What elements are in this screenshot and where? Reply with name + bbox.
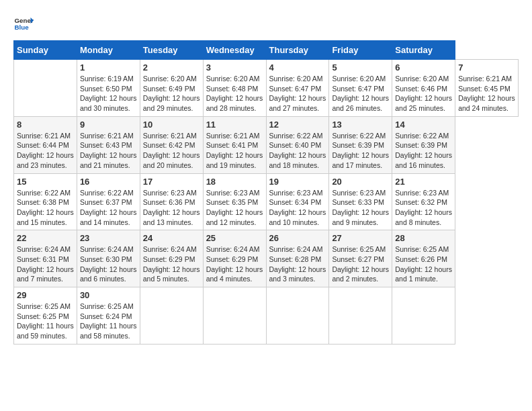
day-cell: 20Sunrise: 6:23 AMSunset: 6:33 PMDayligh… [329, 173, 392, 230]
day-number: 4 [269, 62, 326, 73]
day-info: Sunrise: 6:22 AMSunset: 6:40 PMDaylight:… [269, 131, 326, 171]
day-info: Sunrise: 6:21 AMSunset: 6:44 PMDaylight:… [17, 131, 74, 171]
day-number: 3 [206, 62, 263, 73]
day-number: 7 [458, 62, 515, 73]
day-header-thursday: Thursday [266, 41, 329, 60]
week-row-3: 15Sunrise: 6:22 AMSunset: 6:38 PMDayligh… [14, 173, 519, 230]
day-cell [392, 287, 455, 345]
day-info: Sunrise: 6:22 AMSunset: 6:39 PMDaylight:… [332, 131, 389, 171]
day-number: 29 [17, 290, 74, 300]
day-number: 16 [80, 177, 137, 187]
day-info: Sunrise: 6:25 AMSunset: 6:26 PMDaylight:… [395, 244, 452, 284]
day-number: 24 [143, 233, 200, 243]
day-info: Sunrise: 6:22 AMSunset: 6:38 PMDaylight:… [17, 188, 74, 228]
day-info: Sunrise: 6:23 AMSunset: 6:34 PMDaylight:… [269, 188, 326, 228]
day-number: 30 [80, 290, 137, 300]
week-row-2: 8Sunrise: 6:21 AMSunset: 6:44 PMDaylight… [14, 116, 519, 173]
week-row-5: 29Sunrise: 6:25 AMSunset: 6:25 PMDayligh… [14, 287, 519, 345]
day-number: 6 [395, 62, 452, 73]
day-header-saturday: Saturday [392, 41, 455, 60]
day-cell: 3Sunrise: 6:20 AMSunset: 6:48 PMDaylight… [203, 60, 266, 117]
day-number: 5 [332, 62, 389, 73]
day-number: 17 [143, 177, 200, 187]
day-cell [266, 287, 329, 345]
day-number: 19 [269, 177, 326, 187]
day-info: Sunrise: 6:22 AMSunset: 6:37 PMDaylight:… [80, 188, 137, 228]
day-info: Sunrise: 6:20 AMSunset: 6:47 PMDaylight:… [332, 74, 389, 113]
day-header-tuesday: Tuesday [140, 41, 203, 60]
day-info: Sunrise: 6:20 AMSunset: 6:49 PMDaylight:… [143, 74, 200, 113]
day-cell: 21Sunrise: 6:23 AMSunset: 6:32 PMDayligh… [392, 173, 455, 230]
day-number: 8 [17, 120, 74, 130]
day-cell [203, 287, 266, 345]
day-info: Sunrise: 6:24 AMSunset: 6:30 PMDaylight:… [80, 244, 137, 284]
day-info: Sunrise: 6:24 AMSunset: 6:29 PMDaylight:… [206, 244, 263, 284]
day-number: 14 [395, 120, 452, 130]
day-header-monday: Monday [77, 41, 140, 60]
day-number: 25 [206, 233, 263, 243]
day-number: 21 [395, 177, 452, 187]
day-cell: 28Sunrise: 6:25 AMSunset: 6:26 PMDayligh… [392, 230, 455, 287]
day-info: Sunrise: 6:24 AMSunset: 6:28 PMDaylight:… [269, 244, 326, 284]
day-cell: 24Sunrise: 6:24 AMSunset: 6:29 PMDayligh… [140, 230, 203, 287]
day-number: 10 [143, 120, 200, 130]
day-number: 11 [206, 120, 263, 130]
day-info: Sunrise: 6:22 AMSunset: 6:39 PMDaylight:… [395, 131, 452, 171]
day-info: Sunrise: 6:21 AMSunset: 6:42 PMDaylight:… [143, 131, 200, 171]
day-cell: 11Sunrise: 6:21 AMSunset: 6:41 PMDayligh… [203, 116, 266, 173]
day-number: 20 [332, 177, 389, 187]
day-cell: 29Sunrise: 6:25 AMSunset: 6:25 PMDayligh… [14, 287, 77, 345]
day-cell [140, 287, 203, 345]
day-cell: 7Sunrise: 6:21 AMSunset: 6:45 PMDaylight… [455, 60, 519, 117]
day-info: Sunrise: 6:23 AMSunset: 6:35 PMDaylight:… [206, 188, 263, 228]
day-cell: 19Sunrise: 6:23 AMSunset: 6:34 PMDayligh… [266, 173, 329, 230]
day-number: 26 [269, 233, 326, 243]
day-header-wednesday: Wednesday [203, 41, 266, 60]
day-header-sunday: Sunday [14, 41, 77, 60]
day-info: Sunrise: 6:25 AMSunset: 6:24 PMDaylight:… [80, 302, 137, 341]
day-info: Sunrise: 6:23 AMSunset: 6:32 PMDaylight:… [395, 188, 452, 228]
day-cell: 25Sunrise: 6:24 AMSunset: 6:29 PMDayligh… [203, 230, 266, 287]
day-info: Sunrise: 6:20 AMSunset: 6:48 PMDaylight:… [206, 74, 263, 113]
day-cell: 30Sunrise: 6:25 AMSunset: 6:24 PMDayligh… [77, 287, 140, 345]
day-cell: 8Sunrise: 6:21 AMSunset: 6:44 PMDaylight… [14, 116, 77, 173]
day-info: Sunrise: 6:24 AMSunset: 6:29 PMDaylight:… [143, 244, 200, 284]
day-number: 27 [332, 233, 389, 243]
day-number: 23 [80, 233, 137, 243]
day-cell: 17Sunrise: 6:23 AMSunset: 6:36 PMDayligh… [140, 173, 203, 230]
day-number: 22 [17, 233, 74, 243]
day-number: 28 [395, 233, 452, 243]
day-info: Sunrise: 6:19 AMSunset: 6:50 PMDaylight:… [80, 74, 137, 113]
day-number: 1 [80, 62, 137, 73]
logo-icon: General Blue [13, 13, 34, 34]
day-cell: 12Sunrise: 6:22 AMSunset: 6:40 PMDayligh… [266, 116, 329, 173]
day-cell: 26Sunrise: 6:24 AMSunset: 6:28 PMDayligh… [266, 230, 329, 287]
header-row: SundayMondayTuesdayWednesdayThursdayFrid… [14, 41, 519, 60]
day-header-friday: Friday [329, 41, 392, 60]
day-info: Sunrise: 6:24 AMSunset: 6:31 PMDaylight:… [17, 244, 74, 284]
day-cell: 13Sunrise: 6:22 AMSunset: 6:39 PMDayligh… [329, 116, 392, 173]
day-cell: 6Sunrise: 6:20 AMSunset: 6:46 PMDaylight… [392, 60, 455, 117]
day-info: Sunrise: 6:25 AMSunset: 6:25 PMDaylight:… [17, 302, 74, 341]
day-info: Sunrise: 6:21 AMSunset: 6:43 PMDaylight:… [80, 131, 137, 171]
day-cell [329, 287, 392, 345]
day-cell: 27Sunrise: 6:25 AMSunset: 6:27 PMDayligh… [329, 230, 392, 287]
day-cell: 2Sunrise: 6:20 AMSunset: 6:49 PMDaylight… [140, 60, 203, 117]
day-number: 9 [80, 120, 137, 130]
day-info: Sunrise: 6:23 AMSunset: 6:33 PMDaylight:… [332, 188, 389, 228]
day-info: Sunrise: 6:20 AMSunset: 6:47 PMDaylight:… [269, 74, 326, 113]
calendar-table: SundayMondayTuesdayWednesdayThursdayFrid… [13, 40, 519, 345]
day-cell: 16Sunrise: 6:22 AMSunset: 6:37 PMDayligh… [77, 173, 140, 230]
day-cell: 18Sunrise: 6:23 AMSunset: 6:35 PMDayligh… [203, 173, 266, 230]
day-cell [14, 60, 77, 117]
day-number: 2 [143, 62, 200, 73]
day-info: Sunrise: 6:23 AMSunset: 6:36 PMDaylight:… [143, 188, 200, 228]
day-info: Sunrise: 6:21 AMSunset: 6:45 PMDaylight:… [458, 74, 515, 113]
day-cell: 15Sunrise: 6:22 AMSunset: 6:38 PMDayligh… [14, 173, 77, 230]
header: General Blue [13, 13, 519, 34]
logo: General Blue [13, 13, 34, 34]
day-info: Sunrise: 6:25 AMSunset: 6:27 PMDaylight:… [332, 244, 389, 284]
week-row-1: 1Sunrise: 6:19 AMSunset: 6:50 PMDaylight… [14, 60, 519, 117]
day-cell: 22Sunrise: 6:24 AMSunset: 6:31 PMDayligh… [14, 230, 77, 287]
day-cell: 23Sunrise: 6:24 AMSunset: 6:30 PMDayligh… [77, 230, 140, 287]
